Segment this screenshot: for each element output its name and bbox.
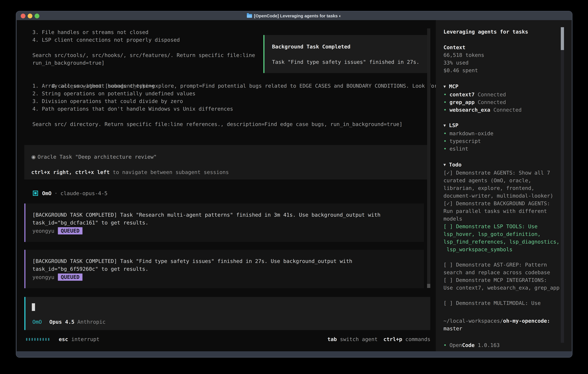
- log-line: 3. Division operations that could divide…: [32, 97, 233, 105]
- spinner-dots: [26, 338, 49, 341]
- tool-call-items: 1. Array access without bounds checking …: [32, 82, 233, 113]
- queued-badge: QUEUED: [58, 273, 83, 281]
- oracle-task-title: ◉Oracle Task "Deep architecture review": [31, 153, 430, 161]
- terminal-area: 3. File handles or streams not closed 4.…: [17, 20, 572, 351]
- mcp-heading: MCP: [449, 83, 458, 89]
- context-used: 33% used: [443, 59, 561, 67]
- chat-scrollbar[interactable]: [427, 28, 430, 288]
- status-bar: esc interrupt tab switch agentctrl+p com…: [17, 335, 430, 343]
- status-dot-icon: •: [443, 130, 447, 136]
- text-cursor: [32, 303, 35, 311]
- record-icon: ◉: [31, 154, 36, 160]
- workspace-branch: master: [443, 325, 561, 332]
- todo-item-done: [✓] Demonstrate BACKGROUND AGENTS: Run p…: [443, 200, 561, 223]
- agent-header: OmO · claude-opus-4-5: [33, 189, 107, 197]
- collapse-triangle-icon: ▼: [443, 83, 446, 90]
- composer-model: Opus 4.5: [49, 319, 74, 325]
- app-window: [OpenCode] Leveraging agents for tasks ◐…: [16, 11, 573, 358]
- status-dot-icon: •: [443, 146, 447, 152]
- status-dot-icon: •: [443, 138, 447, 144]
- mcp-item: •grep_app Connected: [443, 98, 561, 106]
- context-tokens: 66,518 tokens: [443, 51, 561, 59]
- log-line: 2. String operations on potentially unde…: [32, 90, 233, 97]
- tab-key: tab: [327, 336, 337, 342]
- oracle-task-panel: ◉Oracle Task "Deep architecture review" …: [24, 145, 430, 179]
- agent-square-icon: [33, 191, 38, 196]
- window-bottom-frame: [17, 351, 572, 357]
- composer-provider: Anthropic: [77, 319, 105, 325]
- prompt-input[interactable]: OmO Opus 4.5 Anthropic: [24, 297, 430, 330]
- context-heading: Context: [443, 43, 561, 51]
- app-version: •OpenCode 1.0.163: [443, 341, 561, 349]
- collapse-triangle-icon: ▼: [443, 161, 446, 168]
- mcp-item: •websearch_exa Connected: [443, 106, 561, 114]
- zoom-button[interactable]: [35, 14, 39, 18]
- toast-title: Background Task Completed: [272, 43, 428, 51]
- todo-heading: Todo: [449, 162, 462, 168]
- todo-item-active: [ ] Demonstrate LSP TOOLS: Use lsp_hover…: [443, 223, 561, 253]
- background-task-toast: Background Task Completed Task "Find typ…: [263, 35, 430, 73]
- chat-scrollbar-thumb[interactable]: [427, 284, 430, 288]
- shortcut-label: to navigate between subagent sessions: [110, 169, 229, 175]
- mcp-item: •context7 Connected: [443, 91, 561, 98]
- status-dot-icon: •: [443, 99, 447, 105]
- collapse-triangle-icon: ▼: [443, 122, 446, 129]
- shortcut-keys: ctrl+x right, ctrl+x left: [31, 169, 110, 175]
- composer-status-row: OmO Opus 4.5 Anthropic: [32, 319, 106, 325]
- log-line: 1. Array access without bounds checking: [32, 82, 233, 90]
- todo-section: ▼Todo [✓] Demonstrate AGENTS: Show all 7…: [443, 161, 561, 307]
- log-line: Search src/ directory. Return specific f…: [32, 120, 442, 128]
- close-button[interactable]: [21, 14, 25, 18]
- window-title: [OpenCode] Leveraging agents for tasks ◐: [254, 13, 342, 18]
- sidebar-scrollbar-thumb[interactable]: [561, 27, 564, 50]
- task-author: yeongyu: [32, 228, 54, 234]
- ctrl-p-key: ctrl+p: [383, 336, 402, 342]
- lsp-section: ▼LSP •markdown-oxide •typescript •eslint: [443, 122, 561, 153]
- context-section: Context 66,518 tokens 33% used $0.46 spe…: [443, 43, 561, 74]
- workspace-repo: oh-my-opencode:: [503, 318, 550, 324]
- task-message-text: [BACKGROUND TASK COMPLETED] Task "Resear…: [32, 211, 424, 227]
- log-line: 4. Path operations that don't handle Win…: [32, 105, 233, 113]
- minimize-button[interactable]: [28, 14, 32, 18]
- todo-item-pending: [ ] Demonstrate AST-GREP: Pattern search…: [443, 261, 561, 276]
- sidebar-scrollbar[interactable]: [561, 27, 564, 343]
- folder-icon: [247, 14, 252, 18]
- lsp-item: •markdown-oxide: [443, 130, 561, 137]
- lsp-item: •typescript: [443, 137, 561, 145]
- session-title: Leveraging agents for tasks: [443, 28, 561, 36]
- keyboard-hints: tab switch agentctrl+p commands: [327, 335, 430, 343]
- composer-agent: OmO: [32, 319, 42, 325]
- todo-item-pending: [ ] Demonstrate MULTIMODAL: Use: [443, 299, 561, 307]
- lsp-item: •eslint: [443, 145, 561, 153]
- task-message-text: [BACKGROUND TASK COMPLETED] Task "Find t…: [32, 257, 424, 273]
- status-dot-icon: •: [443, 107, 447, 113]
- context-spent: $0.46 spent: [443, 67, 561, 74]
- status-dot-icon: •: [443, 342, 447, 348]
- lsp-heading: LSP: [449, 122, 458, 128]
- agent-model: claude-opus-4-5: [61, 190, 107, 196]
- oracle-shortcut-hint: ctrl+x right, ctrl+x left to navigate be…: [31, 168, 430, 176]
- todo-item-done: [✓] Demonstrate AGENTS: Show all 7 curat…: [443, 169, 561, 200]
- window-controls: [21, 12, 39, 20]
- background-task-message: [BACKGROUND TASK COMPLETED] Task "Resear…: [24, 204, 424, 242]
- mcp-section: ▼MCP •context7 Connected •grep_app Conne…: [443, 83, 561, 114]
- background-task-message: [BACKGROUND TASK COMPLETED] Task "Find t…: [24, 250, 424, 288]
- interrupt-hint: esc interrupt: [59, 335, 100, 343]
- task-author: yeongyu: [32, 274, 54, 280]
- title-bar[interactable]: [OpenCode] Leveraging agents for tasks ◐: [17, 12, 572, 20]
- agent-name: OmO: [42, 190, 52, 196]
- workspace-path: ~/local-workspaces/oh-my-opencode: maste…: [443, 317, 561, 332]
- esc-key: esc: [59, 336, 68, 342]
- toast-body: Task "Find type safety issues" finished …: [272, 58, 428, 66]
- session-sidebar: Leveraging agents for tasks Context 66,5…: [436, 20, 571, 351]
- workspace-dir: ~/local-workspaces/: [443, 318, 503, 324]
- queued-badge: QUEUED: [58, 227, 83, 234]
- status-dot-icon: •: [443, 92, 447, 97]
- todo-item-pending: [ ] Demonstrate MCP INTEGRATIONS: Use co…: [443, 276, 561, 291]
- separator-dot: ·: [54, 190, 58, 196]
